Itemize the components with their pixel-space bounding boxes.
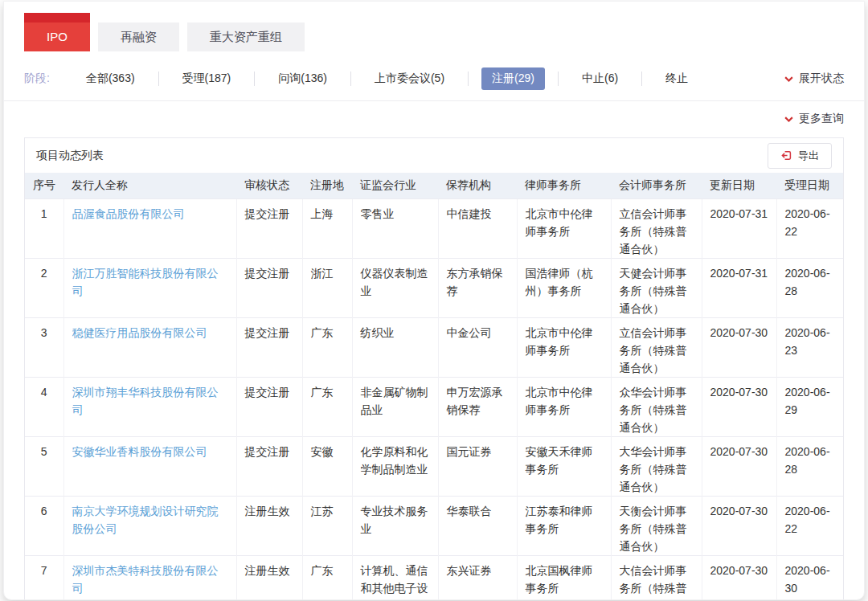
column-header: 保荐机构 <box>438 173 517 199</box>
chevron-down-icon <box>784 74 794 84</box>
card-title: 项目动态列表 <box>36 149 104 163</box>
cell-law-firm: 北京国枫律师事务所 <box>517 556 611 601</box>
cell-issuer: 深圳市杰美特科技股份有限公司 <box>63 556 236 601</box>
stage-option-7[interactable]: 终止 <box>655 67 698 90</box>
cell-issuer: 浙江万胜智能科技股份有限公司 <box>63 259 236 318</box>
cell-accept-date: 2020-06-28 <box>776 259 843 318</box>
stage-filter-label: 阶段: <box>24 72 50 86</box>
table-row: 1品渥食品股份有限公司提交注册上海零售业中信建投北京市中伦律师事务所立信会计师事… <box>25 199 843 259</box>
cell-csrc-industry: 纺织业 <box>352 318 438 378</box>
tab-ipo[interactable]: IPO <box>24 22 90 51</box>
cell-seq: 1 <box>25 199 63 259</box>
expand-status-link[interactable]: 展开状态 <box>784 72 844 86</box>
issuer-link[interactable]: 品渥食品股份有限公司 <box>72 207 185 220</box>
cell-issuer: 稳健医疗用品股份有限公司 <box>63 318 236 378</box>
cell-audit-status: 提交注册 <box>236 259 302 318</box>
cell-sponsor: 申万宏源承销保荐 <box>438 378 517 437</box>
more-query-label: 更多查询 <box>799 112 844 126</box>
more-query-row: 更多查询 <box>4 101 864 126</box>
cell-sponsor: 中信建投 <box>438 199 517 259</box>
cell-update-date: 2020-07-30 <box>702 497 776 556</box>
separator <box>558 72 559 86</box>
cell-law-firm: 北京市中伦律师事务所 <box>517 318 611 378</box>
cell-csrc-industry: 仪器仪表制造业 <box>352 259 438 318</box>
separator <box>468 72 469 86</box>
column-header: 注册地 <box>302 173 352 199</box>
main-tabs: IPO 再融资 重大资产重组 <box>4 2 864 51</box>
export-button[interactable]: 导出 <box>768 143 832 169</box>
cell-csrc-industry: 零售业 <box>352 199 438 259</box>
cell-law-firm: 安徽天禾律师事务所 <box>517 437 611 497</box>
column-header: 会计师事务所 <box>611 173 702 199</box>
cell-accounting-firm: 天衡会计师事务所（特殊普通合伙） <box>611 497 702 556</box>
expand-status-label: 展开状态 <box>799 72 844 86</box>
tab-major-asset-restructuring[interactable]: 重大资产重组 <box>187 22 305 51</box>
cell-accounting-firm: 立信会计师事务所（特殊普通合伙） <box>611 318 702 378</box>
cell-issuer: 安徽华业香料股份有限公司 <box>63 437 236 497</box>
cell-audit-status: 提交注册 <box>236 437 302 497</box>
project-list-card: 项目动态列表 导出 序号发行人全称审核状态注册地证监会行业保荐机构律师事务所会计… <box>24 137 844 600</box>
cell-law-firm: 江苏泰和律师事务所 <box>517 497 611 556</box>
cell-law-firm: 国浩律师（杭州）事务所 <box>517 259 611 318</box>
issuer-link[interactable]: 深圳市翔丰华科技股份有限公司 <box>72 386 219 416</box>
more-query-link[interactable]: 更多查询 <box>784 112 844 126</box>
cell-seq: 2 <box>25 259 63 318</box>
cell-registration-place: 安徽 <box>302 437 352 497</box>
issuer-link[interactable]: 南京大学环境规划设计研究院股份公司 <box>72 505 219 535</box>
column-header: 受理日期 <box>776 173 843 199</box>
cell-accounting-firm: 大信会计师事务所（特殊普通合伙） <box>611 556 702 601</box>
separator <box>254 72 255 86</box>
cell-registration-place: 上海 <box>302 199 352 259</box>
cell-issuer: 深圳市翔丰华科技股份有限公司 <box>63 378 236 437</box>
cell-csrc-industry: 化学原料和化学制品制造业 <box>352 437 438 497</box>
cell-audit-status: 注册生效 <box>236 497 302 556</box>
table-row: 3稳健医疗用品股份有限公司提交注册广东纺织业中金公司北京市中伦律师事务所立信会计… <box>25 318 843 378</box>
cell-registration-place: 广东 <box>302 378 352 437</box>
issuer-link[interactable]: 浙江万胜智能科技股份有限公司 <box>72 267 219 297</box>
chevron-down-icon <box>784 114 794 125</box>
cell-update-date: 2020-07-31 <box>702 259 776 318</box>
stage-option-3[interactable]: 问询(136) <box>268 67 338 90</box>
issuer-link[interactable]: 安徽华业香料股份有限公司 <box>72 445 207 458</box>
cell-audit-status: 提交注册 <box>236 318 302 378</box>
issuer-link[interactable]: 稳健医疗用品股份有限公司 <box>72 326 207 339</box>
cell-seq: 3 <box>25 318 63 378</box>
cell-sponsor: 东方承销保荐 <box>438 259 517 318</box>
cell-accounting-firm: 立信会计师事务所（特殊普通合伙） <box>611 199 702 259</box>
stage-option-6[interactable]: 中止(6) <box>571 67 628 90</box>
cell-sponsor: 东兴证券 <box>438 556 517 601</box>
cell-accept-date: 2020-06-28 <box>776 437 843 497</box>
active-tab-indicator <box>24 13 90 22</box>
table-row: 7深圳市杰美特科技股份有限公司注册生效广东计算机、通信和其他电子设备制造业东兴证… <box>25 556 843 601</box>
stage-option-1[interactable]: 全部(363) <box>76 67 145 90</box>
cell-seq: 5 <box>25 437 63 497</box>
cell-update-date: 2020-07-30 <box>702 437 776 497</box>
cell-update-date: 2020-07-30 <box>702 378 776 437</box>
cell-sponsor: 华泰联合 <box>438 497 517 556</box>
cell-accept-date: 2020-06-29 <box>776 378 843 437</box>
stage-option-2[interactable]: 受理(187) <box>172 67 242 90</box>
issuer-link[interactable]: 深圳市杰美特科技股份有限公司 <box>72 564 219 595</box>
tab-ipo-label: IPO <box>47 30 68 43</box>
project-table: 序号发行人全称审核状态注册地证监会行业保荐机构律师事务所会计师事务所更新日期受理… <box>25 173 843 600</box>
cell-sponsor: 国元证券 <box>438 437 517 497</box>
cell-law-firm: 北京市中伦律师事务所 <box>517 199 611 259</box>
cell-audit-status: 注册生效 <box>236 556 302 601</box>
cell-law-firm: 北京市中伦律师事务所 <box>517 378 611 437</box>
cell-accept-date: 2020-06-23 <box>776 318 843 378</box>
cell-update-date: 2020-07-30 <box>702 318 776 378</box>
cell-registration-place: 广东 <box>302 556 352 601</box>
table-row: 2浙江万胜智能科技股份有限公司提交注册浙江仪器仪表制造业东方承销保荐国浩律师（杭… <box>25 259 843 318</box>
column-header: 证监会行业 <box>352 173 438 199</box>
tab-refinancing[interactable]: 再融资 <box>98 22 179 51</box>
table-row: 4深圳市翔丰华科技股份有限公司提交注册广东非金属矿物制品业申万宏源承销保荐北京市… <box>25 378 843 437</box>
tab-major-asset-restructuring-label: 重大资产重组 <box>210 30 282 43</box>
cell-seq: 7 <box>25 556 63 601</box>
cell-registration-place: 浙江 <box>302 259 352 318</box>
cell-accounting-firm: 天健会计师事务所（特殊普通合伙） <box>611 259 702 318</box>
stage-option-4[interactable]: 上市委会议(5) <box>364 67 455 90</box>
cell-issuer: 品渥食品股份有限公司 <box>63 199 236 259</box>
tab-refinancing-label: 再融资 <box>121 30 157 43</box>
table-header-row: 序号发行人全称审核状态注册地证监会行业保荐机构律师事务所会计师事务所更新日期受理… <box>25 173 843 199</box>
stage-option-5[interactable]: 注册(29) <box>481 67 545 90</box>
